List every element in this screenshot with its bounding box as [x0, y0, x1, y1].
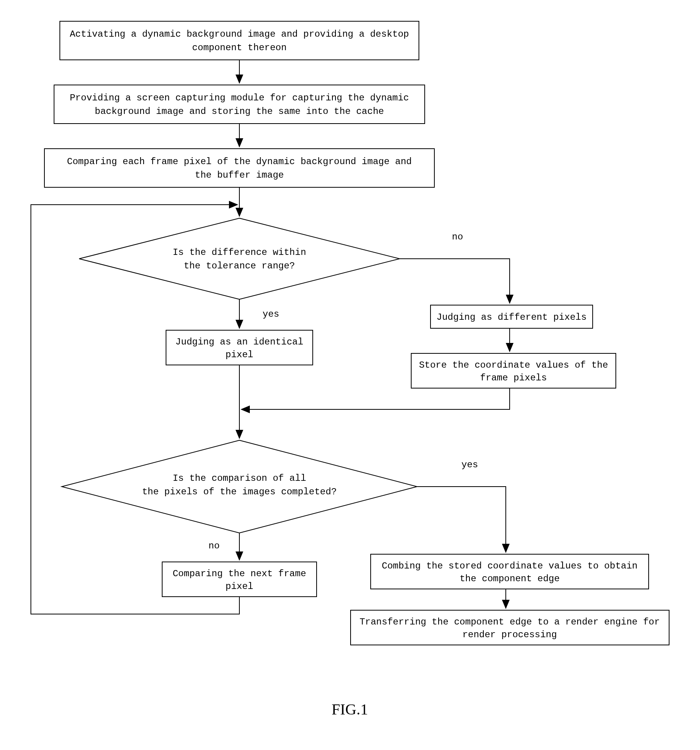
label-no-1: no	[452, 232, 463, 242]
diamond-tolerance-text-1: Is the difference within	[173, 247, 306, 258]
box-activate-text-2: component thereon	[192, 42, 287, 53]
box-render-text-2: render processing	[463, 630, 557, 640]
arrow-d2-box8	[417, 487, 506, 552]
label-yes-2: yes	[461, 460, 478, 470]
box-activate	[60, 21, 419, 60]
box-identical-text-2: pixel	[225, 350, 253, 360]
box-compare-text-2: the buffer image	[195, 170, 284, 180]
box-capture-text-1: Providing a screen capturing module for …	[70, 93, 409, 103]
arrow-box6-merge	[241, 388, 510, 409]
box-combine-text-2: the component edge	[459, 574, 559, 584]
arrow-d1-box5	[400, 259, 510, 303]
label-no-2: no	[208, 541, 220, 551]
box-compare-text-1: Comparing each frame pixel of the dynami…	[67, 156, 412, 167]
figure-label: FIG.1	[332, 701, 368, 718]
box-capture-text-2: background image and storing the same in…	[95, 106, 384, 117]
diamond-tolerance-text-2: the tolerance range?	[184, 261, 295, 271]
diamond-tolerance	[79, 218, 400, 299]
box-combine-text-1: Combing the stored coordinate values to …	[382, 561, 638, 571]
diamond-complete-text-2: the pixels of the images completed?	[142, 487, 337, 497]
box-activate-text-1: Activating a dynamic background image an…	[70, 29, 409, 39]
box-compare	[44, 149, 434, 187]
diamond-complete-text-1: Is the comparison of all	[173, 473, 306, 484]
box-store-coord-text-2: frame pixels	[480, 373, 547, 383]
box-identical-text-1: Judging as an identical	[175, 337, 303, 347]
box-render-text-1: Transferring the component edge to a ren…	[359, 617, 660, 627]
box-different-pixels-text: Judging as different pixels	[437, 312, 587, 322]
label-yes-1: yes	[263, 309, 279, 319]
box-store-coord-text-1: Store the coordinate values of the	[419, 360, 608, 370]
box-capture	[54, 85, 425, 124]
box-next-text-2: pixel	[225, 581, 253, 592]
box-next-text-1: Comparing the next frame	[173, 568, 306, 579]
